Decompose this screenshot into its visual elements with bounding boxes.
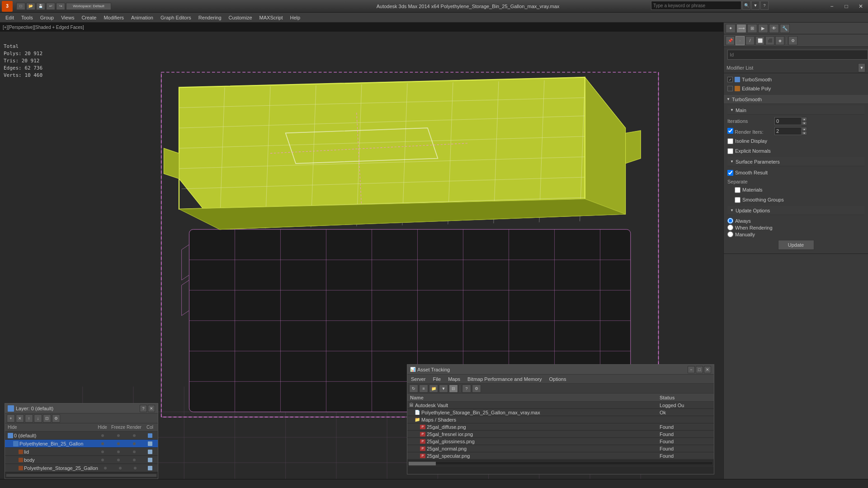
render-iters-input[interactable]: 2 — [774, 127, 802, 135]
asset-scroll-thumb[interactable] — [409, 462, 436, 465]
surface-params-header[interactable]: ▼ Surface Parameters — [727, 157, 864, 166]
menu-modifiers[interactable]: Modifiers — [100, 14, 127, 21]
element-btn[interactable]: ◈ — [775, 36, 784, 45]
manually-radio[interactable] — [727, 231, 733, 237]
edge-btn[interactable]: / — [745, 36, 755, 45]
update-options-header[interactable]: ▼ Update Options — [727, 206, 864, 215]
layer-scroll-track[interactable] — [6, 474, 157, 477]
asset-active-btn[interactable]: ⊟ — [449, 385, 458, 393]
asset-menu-bitmap[interactable]: Bitmap Performance and Memory — [464, 375, 545, 384]
settings-btn[interactable]: ⚙ — [788, 36, 797, 45]
smoothing-groups-check[interactable] — [735, 197, 741, 203]
close-btn[interactable]: ✕ — [854, 0, 868, 13]
layer-row-storage[interactable]: Polyethylene_Storage_25_Gallon — [5, 464, 158, 472]
menu-group[interactable]: Group — [37, 14, 58, 21]
workspace-btn[interactable]: Workspace: Default — [66, 3, 111, 10]
undo-btn[interactable]: ↩ — [46, 3, 55, 10]
minimize-btn[interactable]: − — [825, 0, 839, 13]
asset-settings-btn[interactable]: ⚙ — [472, 385, 481, 393]
asset-list-btn[interactable]: ≡ — [419, 385, 428, 393]
asset-menu-server[interactable]: Server — [407, 375, 429, 384]
main-subheader[interactable]: ▼ Main — [727, 106, 864, 115]
asset-close-btn[interactable]: ✕ — [704, 366, 711, 373]
asset-restore-btn[interactable]: □ — [696, 366, 703, 373]
when-rendering-radio[interactable] — [727, 225, 733, 230]
new-layer-btn[interactable]: + — [7, 414, 15, 422]
menu-views[interactable]: Views — [57, 14, 78, 21]
panel-icon-utilities[interactable]: 🔧 — [780, 24, 790, 33]
panel-icon-create[interactable]: ✦ — [726, 24, 736, 33]
asset-row-fresnel[interactable]: P 25gal_fresnel ior.png Found — [407, 431, 714, 438]
asset-minimize-btn[interactable]: − — [688, 366, 695, 373]
panel-icon-hierarchy[interactable]: ⊞ — [747, 24, 757, 33]
layer-move-up[interactable]: ↑ — [25, 414, 33, 422]
layer-row-body[interactable]: body — [5, 456, 158, 464]
asset-row-maps[interactable]: 📁 Maps / Shaders — [407, 416, 714, 423]
layer-row-default[interactable]: 0 (default) — [5, 432, 158, 440]
poly-btn[interactable]: ⬛ — [765, 36, 774, 45]
asset-scroll-track[interactable] — [408, 461, 713, 465]
layer-help-btn[interactable]: ? — [140, 405, 147, 412]
iterations-down[interactable]: ▼ — [802, 121, 807, 125]
modifier-turbosmoothsmooth[interactable]: ✓ TurboSmooth — [726, 75, 866, 84]
materials-check[interactable] — [735, 187, 741, 193]
isoline-check[interactable] — [727, 138, 733, 144]
render-iters-check[interactable] — [727, 128, 733, 134]
menu-create[interactable]: Create — [78, 14, 100, 21]
border-btn[interactable]: ⬜ — [755, 36, 764, 45]
always-radio[interactable] — [727, 218, 733, 224]
layer-row-lid[interactable]: lid — [5, 448, 158, 456]
panel-icon-display[interactable]: 👁 — [769, 24, 779, 33]
panel-icon-motion[interactable]: ▶ — [758, 24, 768, 33]
layer-settings[interactable]: ⚙ — [52, 414, 60, 422]
menu-animation[interactable]: Animation — [127, 14, 157, 21]
menu-maxscript[interactable]: MAXScript — [256, 14, 287, 21]
layer-select-all[interactable]: ⊡ — [43, 414, 51, 422]
search-icon[interactable]: 🔍 — [742, 1, 750, 10]
modifier-list-expand[interactable]: ▼ — [858, 63, 865, 72]
smooth-result-check[interactable] — [727, 170, 733, 176]
restore-btn[interactable]: □ — [839, 0, 854, 13]
layer-move-down[interactable]: ↓ — [34, 414, 42, 422]
asset-row-vault[interactable]: 🏛 Autodesk Vault Logged Ou — [407, 402, 714, 409]
asset-menu-options[interactable]: Options — [546, 375, 570, 384]
asset-menu-maps[interactable]: Maps — [444, 375, 464, 384]
modifier-check[interactable]: ✓ — [727, 77, 733, 82]
menu-edit[interactable]: Edit — [2, 14, 18, 21]
turbosmooth-header[interactable]: ▼ TurboSmooth — [724, 95, 868, 104]
asset-refresh-btn[interactable]: ↻ — [409, 385, 418, 393]
pin-btn[interactable]: 📌 — [726, 36, 735, 45]
iterations-up[interactable]: ▲ — [802, 117, 807, 121]
id-field[interactable] — [727, 50, 868, 60]
open-btn[interactable]: 📂 — [26, 3, 35, 10]
modifier-check-2[interactable] — [727, 86, 733, 91]
explicit-normals-check[interactable] — [727, 148, 733, 154]
menu-customize[interactable]: Customize — [225, 14, 256, 21]
asset-help-btn[interactable]: ? — [462, 385, 471, 393]
asset-scrollbar[interactable] — [407, 460, 714, 466]
asset-row-glossiness[interactable]: P 25gal_glossiness.png Found — [407, 438, 714, 445]
asset-menu-file[interactable]: File — [429, 375, 444, 384]
asset-filter-btn[interactable]: ▼ — [439, 385, 448, 393]
layer-close-btn[interactable]: ✕ — [148, 405, 155, 412]
layer-row-bin[interactable]: Polyethylene_Bin_25_Gallon — [5, 440, 158, 448]
iterations-input[interactable]: 0 — [774, 117, 802, 125]
menu-rendering[interactable]: Rendering — [195, 14, 225, 21]
redo-btn[interactable]: ↪ — [56, 3, 65, 10]
menu-tools[interactable]: Tools — [18, 14, 37, 21]
iterations-spinner[interactable]: 0 ▲ ▼ — [774, 117, 807, 125]
panel-icon-modify[interactable]: ⟿ — [736, 24, 746, 33]
render-iters-down[interactable]: ▼ — [802, 131, 807, 135]
help-icon[interactable]: ? — [760, 1, 769, 10]
new-btn[interactable]: □ — [16, 3, 25, 10]
delete-layer-btn[interactable]: ✕ — [16, 414, 24, 422]
layer-scrollbar[interactable] — [5, 472, 158, 479]
asset-folder-btn[interactable]: 📁 — [429, 385, 438, 393]
search-options-icon[interactable]: ▼ — [751, 1, 760, 10]
layer-scroll-thumb[interactable] — [6, 474, 156, 477]
asset-row-diffuse[interactable]: P 25gal_diffuse.png Found — [407, 423, 714, 431]
save-btn[interactable]: 💾 — [36, 3, 45, 10]
render-iters-up[interactable]: ▲ — [802, 127, 807, 131]
search-input[interactable] — [651, 1, 741, 10]
menu-graph-editors[interactable]: Graph Editors — [157, 14, 195, 21]
